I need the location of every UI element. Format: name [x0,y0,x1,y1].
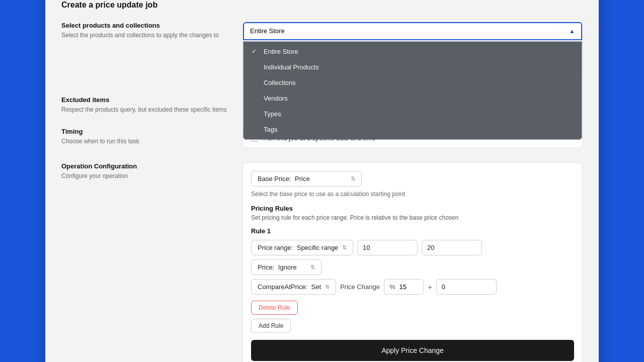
rule-1-range-row: Price range: Specific range ⇅ [251,240,574,255]
percent-input[interactable] [398,280,423,294]
operation-config-desc: Configure your operation [61,172,230,180]
price-label: Price: Ignore [258,263,297,271]
dropdown-item-label: Individual Products [264,63,319,71]
pricing-rules-title: Pricing Rules [251,205,574,212]
operation-config-inner: Base Price: Price ⇅ Select the base pric… [243,162,583,362]
plus-sign: + [428,283,432,291]
price-range-value: Specific range [297,244,338,251]
delete-rule-button[interactable]: Delete Rule [251,301,298,315]
base-price-helper: Select the base price to use as a calcul… [251,191,574,198]
compare-prefix: CompareAtPrice: [258,283,307,291]
compare-at-price-label: CompareAtPrice: Set [258,283,321,291]
rule-1-price-row: Price: Ignore ⇅ [251,259,574,275]
dropdown-item-label: Vendors [264,95,288,102]
main-content: Create a price update job Select product… [45,0,599,362]
price-change-label: Price Change [340,283,380,291]
base-price-label: Base Price: Price [258,175,310,183]
compare-at-price-dropdown[interactable]: CompareAtPrice: Set ⇅ [251,279,336,295]
dropdown-item-label: Collections [264,79,296,86]
price-range-arrows-icon: ⇅ [342,244,347,251]
products-dropdown-trigger[interactable]: Entire Store ▲ [243,22,582,40]
dropdown-selected-value: Entire Store [250,27,285,35]
range-to-input[interactable] [422,240,482,255]
rule-1-title: Rule 1 [251,227,574,235]
select-products-control: Entire Store ▲ ✓ Entire Store Individual… [243,22,583,82]
dropdown-item-individual-products[interactable]: Individual Products [244,59,582,75]
dropdown-item-tags[interactable]: Tags [244,122,582,137]
price-dropdown[interactable]: Price: Ignore ⇅ [251,259,321,275]
operation-config-control: Base Price: Price ⇅ Select the base pric… [243,162,583,362]
dropdown-item-label: Tags [264,126,277,133]
select-products-desc: Select the products and collections to a… [61,31,230,40]
add-value-input[interactable] [436,279,497,295]
price-range-label: Price range: Specific range [258,244,338,251]
percent-input-wrap: % [384,279,424,295]
timing-desc: Choose when to run this task [61,137,230,146]
base-price-prefix: Base Price: [258,175,291,183]
timing-title: Timing [61,128,230,135]
apply-price-change-button[interactable]: Apply Price Change [251,340,574,361]
select-products-section: Select products and collections Select t… [61,22,583,82]
dropdown-item-types[interactable]: Types [244,106,582,122]
dropdown-item-entire-store[interactable]: ✓ Entire Store [244,44,582,59]
dropdown-item-vendors[interactable]: Vendors [244,90,582,106]
dropdown-item-label: Types [264,110,281,118]
price-prefix: Price: [258,263,274,271]
app-window: 🛒 pricer 📌 ⋯ Create a price update job S… [45,0,599,362]
content-area: Create a price update job Select product… [61,1,583,362]
operation-config-title: Operation Configuration [61,162,230,170]
compare-value: Set [311,283,321,291]
base-price-value: Price [295,175,310,183]
rule-1: Rule 1 Price range: Specific range ⇅ [251,227,574,315]
timing-label-area: Timing Choose when to run this task [61,128,243,146]
price-range-prefix: Price range: [258,244,293,251]
excluded-items-desc: Respect the products query, but excluded… [61,106,230,114]
select-products-label-area: Select products and collections Select t… [61,22,243,40]
check-icon: ✓ [252,48,260,55]
percent-sign-icon: % [384,280,398,294]
price-value: Ignore [278,263,297,271]
page-title: Create a price update job [61,1,583,10]
price-range-dropdown[interactable]: Price range: Specific range ⇅ [251,240,353,255]
dropdown-item-label: Entire Store [264,48,298,55]
select-products-title: Select products and collections [61,22,230,29]
dropdown-item-collections[interactable]: Collections [244,75,582,90]
pricing-rules-desc: Set pricing rule for each price range. P… [251,214,574,221]
operation-config-section: Operation Configuration Configure your o… [61,162,583,362]
add-rule-button[interactable]: Add Rule [251,319,291,333]
products-dropdown-menu: ✓ Entire Store Individual Products Colle… [243,41,582,140]
excluded-items-label-area: Excluded items Respect the products quer… [61,96,243,114]
rule-1-compare-row: CompareAtPrice: Set ⇅ Price Change % [251,279,574,295]
dropdown-arrow-icon: ▲ [569,28,575,35]
compare-arrows-icon: ⇅ [325,284,330,290]
operation-config-label-area: Operation Configuration Configure your o… [61,162,243,180]
range-from-input[interactable] [357,240,418,255]
base-price-dropdown[interactable]: Base Price: Price ⇅ [251,171,362,187]
price-arrows-icon: ⇅ [310,264,315,270]
base-price-arrows-icon: ⇅ [351,175,355,182]
excluded-items-title: Excluded items [61,96,230,104]
base-price-row: Base Price: Price ⇅ [251,171,574,187]
